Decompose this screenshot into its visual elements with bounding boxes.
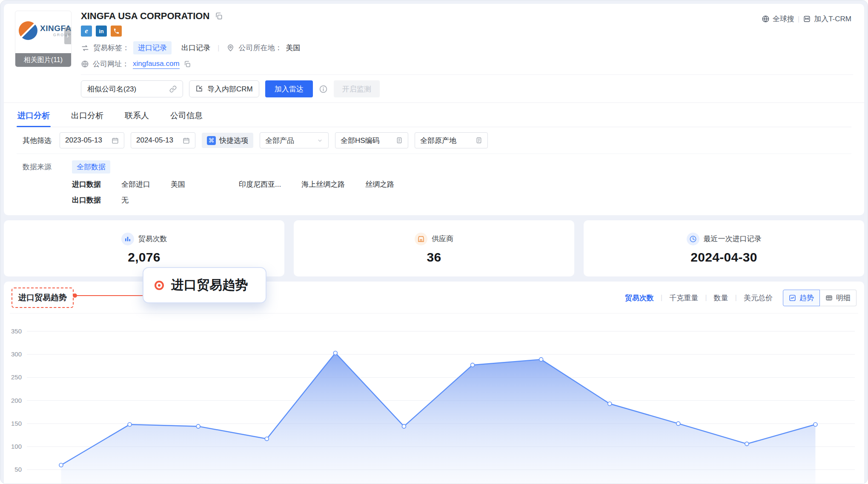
location-pin-icon: [226, 44, 235, 52]
import-trend-card: 进口贸易趋势 贸易次数 | 千克重量 | 数量 | 美元总价 趋势 明细: [4, 282, 864, 484]
website-icon[interactable]: e: [81, 26, 92, 37]
shop-icon: [415, 233, 427, 245]
trend-line-icon: [789, 294, 796, 302]
import-crm-button[interactable]: 导入内部CRM: [189, 80, 259, 97]
logo-next-arrow-icon[interactable]: ›: [64, 27, 71, 44]
company-logo-art: XINGFA GROUP: [19, 21, 68, 40]
page-title: XINGFA USA CORPORATION: [81, 11, 209, 22]
origin-select[interactable]: 全部原产地: [415, 132, 488, 148]
website-link[interactable]: xingfausa.com: [133, 60, 180, 69]
import-source-item[interactable]: 印度尼西亚...: [239, 179, 281, 189]
document-icon: [476, 137, 482, 144]
view-toggle: 趋势 明细: [783, 290, 857, 306]
import-source-item[interactable]: 丝绸之路: [365, 179, 394, 189]
tab-import-analysis[interactable]: 进口分析: [17, 103, 51, 127]
company-header-card: XINGFA GROUP 相关图片(11) › XINGFA USA CORPO…: [4, 4, 864, 215]
tcrm-icon: [803, 15, 811, 23]
filter-label: 其他筛选: [23, 136, 52, 145]
import-source-item[interactable]: 全部进口: [121, 179, 150, 189]
copy-icon[interactable]: [183, 60, 191, 68]
tab-export-analysis[interactable]: 出口分析: [70, 103, 104, 127]
header-divider: [81, 74, 853, 75]
hs-code-select[interactable]: 全部HS编码: [335, 132, 408, 148]
tab-bar: 进口分析 出口分析 联系人 公司信息: [17, 103, 851, 127]
import-icon: [195, 85, 203, 93]
quick-options-button[interactable]: ⌘ 快捷选项: [202, 133, 253, 148]
add-radar-button[interactable]: 加入雷达: [265, 80, 313, 97]
page-root: XINGFA GROUP 相关图片(11) › XINGFA USA CORPO…: [0, 0, 868, 484]
data-source-label: 数据来源: [23, 162, 62, 172]
tab-company-info[interactable]: 公司信息: [169, 103, 203, 127]
trend-area-chart[interactable]: 0501001502002503003502023-052023-062023-…: [10, 316, 858, 484]
similar-companies-button[interactable]: 相似公司名(23): [81, 80, 183, 97]
join-tcrm-link[interactable]: 加入T-CRM: [803, 14, 851, 24]
tag-import-records[interactable]: 进口记录: [133, 41, 172, 54]
location-value: 美国: [286, 43, 300, 53]
website-label: 公司网址：: [93, 59, 129, 69]
svg-text:200: 200: [11, 397, 22, 404]
social-icons: e in: [81, 26, 853, 37]
command-icon: ⌘: [207, 136, 216, 145]
related-images-badge[interactable]: 相关图片(11): [15, 53, 71, 67]
xingfa-globe-icon: [19, 21, 37, 40]
callout-tooltip: 进口贸易趋势: [143, 267, 266, 303]
globe-icon: [81, 60, 89, 68]
info-icon[interactable]: [319, 85, 328, 94]
chart-controls: 贸易次数 | 千克重量 | 数量 | 美元总价 趋势 明细: [625, 290, 857, 306]
document-icon: [396, 137, 403, 144]
link-icon: [169, 85, 177, 93]
copy-icon[interactable]: [215, 12, 223, 20]
analysis-section: 进口分析 出口分析 联系人 公司信息 其他筛选 2023-05-13 2024-…: [4, 102, 864, 215]
chart-body: 0501001502002503003502023-052023-062023-…: [10, 313, 858, 484]
import-source-item[interactable]: 美国: [171, 179, 185, 189]
phone-icon[interactable]: [111, 26, 122, 37]
trade-label: 贸易标签：: [93, 43, 129, 53]
tab-contacts[interactable]: 联系人: [124, 103, 150, 127]
filter-bar: 其他筛选 2023-05-13 2024-05-13 ⌘ 快捷选项 全部产品: [17, 127, 851, 154]
metric-kg-weight[interactable]: 千克重量: [669, 293, 698, 303]
location-label: 公司所在地：: [238, 43, 282, 53]
export-data-label: 出口数据: [72, 195, 111, 205]
chevron-down-icon: [317, 137, 323, 144]
svg-text:350: 350: [11, 327, 22, 335]
stat-label: 贸易次数: [138, 234, 167, 244]
clock-icon: [687, 233, 699, 245]
date-from-input[interactable]: 2023-05-13: [60, 132, 124, 148]
global-search-icon: [762, 15, 770, 23]
export-data-value: 无: [121, 195, 129, 205]
stat-value: 2,076: [128, 250, 160, 265]
date-to-input[interactable]: 2024-05-13: [131, 132, 195, 148]
stat-value: 36: [427, 250, 441, 265]
global-search-link[interactable]: 全球搜: [762, 14, 794, 24]
all-data-tag[interactable]: 全部数据: [72, 160, 110, 174]
stat-cards: 贸易次数 2,076 供应商 36 最近一次进口记录 2024-04-30: [4, 220, 864, 276]
import-data-label: 进口数据: [72, 179, 111, 189]
svg-text:150: 150: [11, 420, 22, 427]
trade-tags-icon: [81, 44, 89, 52]
metric-trade-count[interactable]: 贸易次数: [625, 293, 654, 303]
section-title-import-trend: 进口贸易趋势: [11, 288, 74, 308]
stat-label: 最近一次进口记录: [704, 234, 762, 244]
stat-card-last-import: 最近一次进口记录 2024-04-30: [584, 220, 864, 276]
metric-usd-total[interactable]: 美元总价: [744, 293, 773, 303]
chart-header: 进口贸易趋势 贸易次数 | 千克重量 | 数量 | 美元总价 趋势 明细: [10, 282, 858, 313]
view-trend-button[interactable]: 趋势: [783, 290, 820, 306]
table-grid-icon: [825, 294, 833, 302]
target-icon: [155, 281, 164, 290]
start-monitor-button[interactable]: 开启监测: [334, 80, 380, 97]
product-select[interactable]: 全部产品: [260, 132, 329, 148]
tag-export-records[interactable]: 出口记录: [181, 43, 210, 53]
stat-value: 2024-04-30: [690, 250, 757, 265]
view-detail-button[interactable]: 明细: [820, 290, 857, 306]
import-source-item[interactable]: 海上丝绸之路: [301, 179, 345, 189]
linkedin-icon[interactable]: in: [96, 26, 107, 37]
data-source-block: 数据来源 全部数据 进口数据 全部进口 美国 印度尼西亚... 海上丝绸之路 丝…: [17, 154, 851, 213]
company-header: XINGFA GROUP 相关图片(11) › XINGFA USA CORPO…: [4, 4, 864, 102]
stat-label: 供应商: [432, 234, 453, 244]
company-logo[interactable]: XINGFA GROUP 相关图片(11) ›: [15, 11, 72, 67]
calendar-icon: [183, 137, 190, 144]
bar-chart-icon: [121, 233, 134, 245]
svg-text:300: 300: [11, 350, 22, 358]
calendar-icon: [112, 137, 119, 144]
metric-quantity[interactable]: 数量: [714, 293, 728, 303]
